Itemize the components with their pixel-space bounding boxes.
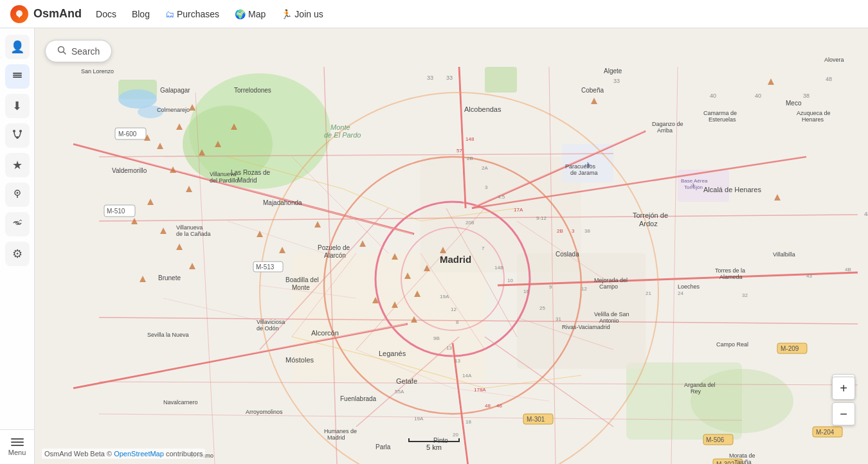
svg-text:Alcorcón: Alcorcón	[311, 329, 339, 337]
svg-text:Cobeña: Cobeña	[581, 87, 604, 94]
svg-text:178A: 178A	[474, 387, 486, 393]
svg-text:Valdemorillo: Valdemorillo	[112, 167, 147, 174]
svg-text:18: 18	[466, 419, 471, 425]
svg-text:Fuenlabrada: Fuenlabrada	[340, 395, 377, 402]
svg-text:19A: 19A	[414, 416, 424, 422]
search-label: Search	[71, 46, 100, 57]
search-button[interactable]: Search	[45, 40, 112, 62]
tracks-button[interactable]	[5, 212, 30, 236]
svg-text:2B: 2B	[557, 228, 563, 234]
svg-text:Villaviciosa: Villaviciosa	[257, 319, 285, 325]
svg-text:del Pardillo: del Pardillo	[210, 177, 239, 184]
svg-text:Base Aérea: Base Aérea	[681, 178, 708, 184]
svg-text:Monte: Monte	[292, 284, 310, 291]
svg-point-235	[16, 136, 19, 139]
svg-text:Alameda: Alameda	[719, 274, 743, 280]
svg-text:de Odón: de Odón	[257, 325, 279, 332]
svg-text:Ardoz: Ardoz	[639, 220, 658, 228]
svg-text:38: 38	[584, 228, 590, 234]
svg-text:Torrejón: Torrejón	[684, 184, 703, 190]
purchases-icon: 🗂	[165, 9, 174, 19]
svg-text:Esteruelas: Esteruelas	[709, 116, 736, 123]
svg-point-9	[691, 369, 793, 433]
join-icon: 🏃	[281, 9, 292, 19]
svg-text:Rey: Rey	[691, 388, 701, 395]
favorites-button[interactable]: ★	[5, 153, 30, 177]
logo-text: OsmAnd	[33, 7, 82, 21]
map-icon: 🌍	[235, 9, 246, 19]
svg-text:M-301: M-301	[527, 416, 545, 423]
layers-button[interactable]	[5, 64, 30, 89]
attribution: OsmAnd Web Beta © OpenStreetMap contribu…	[42, 449, 205, 459]
svg-text:Getafe: Getafe	[396, 377, 417, 385]
svg-text:16: 16	[523, 289, 529, 294]
svg-text:Madrid: Madrid	[327, 434, 345, 441]
svg-text:43: 43	[806, 273, 812, 279]
download-button[interactable]: ⬇	[5, 94, 30, 118]
svg-text:9: 9	[549, 284, 552, 290]
bottom-menu-button[interactable]: Menu	[0, 429, 35, 464]
svg-text:19A: 19A	[440, 294, 449, 299]
svg-text:4B: 4B	[845, 267, 851, 272]
svg-text:Majadahonda: Majadahonda	[263, 199, 302, 206]
zoom-in-button[interactable]: +	[832, 377, 855, 400]
docs-link[interactable]: Docs	[95, 6, 118, 22]
svg-text:9B: 9B	[433, 335, 440, 341]
route-icon	[12, 129, 23, 143]
svg-text:Villalbilla: Villalbilla	[773, 251, 795, 258]
svg-text:17A: 17A	[514, 207, 523, 213]
svg-text:33: 33	[446, 75, 453, 81]
profile-button[interactable]: 👤	[5, 35, 30, 59]
svg-text:Tajuña: Tajuña	[734, 459, 752, 464]
svg-text:Paracuellos: Paracuellos	[565, 163, 596, 170]
svg-text:M-510: M-510	[107, 208, 125, 215]
blog-link[interactable]: Blog	[131, 6, 151, 22]
svg-text:Villanueva: Villanueva	[210, 171, 236, 177]
svg-text:Boadilla del: Boadilla del	[285, 276, 319, 283]
svg-point-234	[19, 130, 22, 132]
svg-text:Meco: Meco	[786, 100, 802, 107]
svg-text:Leganés: Leganés	[379, 350, 406, 357]
svg-text:10: 10	[507, 278, 513, 283]
settings-button[interactable]: ⚙	[5, 242, 30, 266]
svg-text:Henares: Henares	[802, 116, 824, 123]
search-icon	[57, 46, 66, 57]
svg-text:Antonio: Antonio	[599, 317, 619, 324]
star-icon: ★	[12, 158, 23, 172]
join-link[interactable]: 🏃 Join us	[280, 6, 324, 22]
map-container[interactable]: ✈ ✈	[0, 28, 868, 464]
contributors-text: contributors	[166, 450, 203, 458]
purchases-link[interactable]: 🗂 Purchases	[164, 6, 221, 22]
svg-text:Daganzo de: Daganzo de	[652, 121, 683, 127]
left-sidebar: 👤 ⬇ ★	[0, 28, 35, 464]
route-button[interactable]	[5, 123, 30, 148]
svg-text:de El Pardo: de El Pardo	[324, 131, 361, 139]
svg-text:3: 3	[572, 228, 575, 234]
svg-text:Monte: Monte	[330, 123, 350, 131]
svg-text:Brunete: Brunete	[158, 274, 181, 281]
svg-text:Loeches: Loeches	[678, 283, 700, 290]
attribution-text: OsmAnd Web Beta ©	[44, 450, 112, 458]
svg-text:Galapagar: Galapagar	[160, 87, 190, 94]
zoom-controls: + −	[832, 377, 855, 425]
svg-text:Humanes de: Humanes de	[324, 428, 357, 434]
svg-text:M-600: M-600	[118, 130, 137, 138]
poi-button[interactable]	[5, 183, 30, 207]
svg-text:Las Rozas de: Las Rozas de	[231, 169, 271, 176]
osm-link[interactable]: OpenStreetMap	[114, 450, 164, 458]
svg-text:48: 48	[826, 76, 832, 82]
svg-text:Algete: Algete	[604, 67, 622, 75]
svg-text:Arroyomolinos: Arroyomolinos	[246, 409, 283, 415]
svg-text:3: 3	[485, 184, 488, 190]
settings-icon: ⚙	[12, 247, 23, 261]
svg-text:M-204: M-204	[816, 429, 835, 436]
map-link[interactable]: 🌍 Map	[233, 6, 267, 22]
zoom-out-button[interactable]: −	[832, 402, 855, 425]
svg-point-233	[13, 130, 15, 132]
svg-text:57: 57	[457, 148, 462, 154]
svg-text:12: 12	[581, 286, 587, 292]
svg-point-237	[16, 192, 18, 193]
navbar: OsmAnd Docs Blog 🗂 Purchases 🌍 Map 🏃 Joi…	[0, 0, 868, 28]
svg-text:12: 12	[451, 307, 457, 312]
logo[interactable]: OsmAnd	[10, 5, 82, 23]
